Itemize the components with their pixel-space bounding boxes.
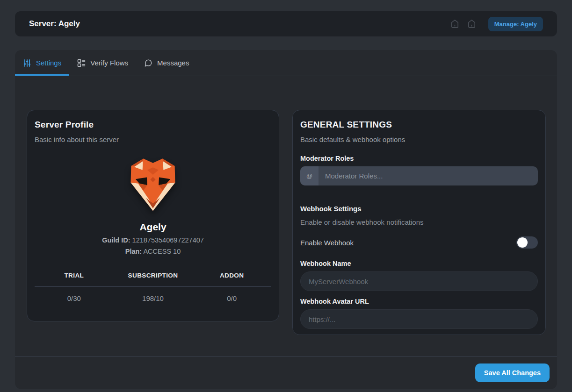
footer-bar: Save All Changes <box>15 356 557 389</box>
sliders-icon <box>23 59 31 67</box>
webhook-settings-title: Webhook Settings <box>300 205 538 213</box>
tab-settings-label: Settings <box>36 59 61 67</box>
enable-webhook-label: Enable Webhook <box>300 239 354 247</box>
layout-list-icon <box>77 59 86 67</box>
stats-header-subscription: SUBSCRIPTION <box>114 272 193 279</box>
webhook-avatar-url-label: Webhook Avatar URL <box>300 298 538 305</box>
at-prefix: @ <box>300 166 319 185</box>
home-icon[interactable] <box>449 18 461 30</box>
server-name: Agely <box>35 221 271 233</box>
stats-divider <box>35 286 271 287</box>
tab-bar: Settings Verify Flows Messa <box>15 50 557 76</box>
webhook-avatar-url-input[interactable] <box>300 309 538 329</box>
header-bar: Server: Agely Manage: Agely <box>15 11 557 36</box>
server-avatar <box>35 156 271 215</box>
enable-webhook-toggle[interactable] <box>516 236 538 249</box>
enable-webhook-row: Enable Webhook <box>300 236 538 249</box>
fox-logo-icon <box>127 207 179 214</box>
stats-value-row: 0/30 198/10 0/0 <box>35 294 271 302</box>
moderator-roles-label: Moderator Roles <box>300 155 538 162</box>
general-settings-subtitle: Basic defaults & webhook options <box>300 135 538 143</box>
webhook-name-input[interactable] <box>300 271 538 291</box>
manage-server-button[interactable]: Manage: Agely <box>488 17 543 31</box>
plan-label: Plan: <box>125 248 142 255</box>
server-profile-title: Server Profile <box>35 120 271 130</box>
moderator-roles-field: @ <box>300 166 538 185</box>
guild-id-value: 1218753540697227407 <box>132 236 204 244</box>
server-profile-card: Server Profile Basic info about this ser… <box>27 110 279 321</box>
home-icon[interactable] <box>466 18 478 30</box>
plan-value: ACCESS 10 <box>143 248 181 255</box>
guild-id-label: Guild ID: <box>102 236 130 244</box>
tab-messages-label: Messages <box>157 59 189 67</box>
general-settings-card: GENERAL SETTINGS Basic defaults & webhoo… <box>292 110 546 335</box>
page-title: Server: Agely <box>29 19 80 29</box>
main-panel: Settings Verify Flows Messa <box>15 50 557 389</box>
tab-verify-flows[interactable]: Verify Flows <box>69 50 136 76</box>
stats-header-trial: TRIAL <box>35 272 114 279</box>
general-settings-title: GENERAL SETTINGS <box>300 120 538 130</box>
message-bubble-icon <box>144 59 152 67</box>
moderator-roles-input[interactable] <box>319 166 538 185</box>
stats-value-addon: 0/0 <box>192 294 271 302</box>
stats-value-trial: 0/30 <box>35 294 114 302</box>
tab-settings[interactable]: Settings <box>15 50 69 76</box>
webhook-name-label: Webhook Name <box>300 260 538 267</box>
stats-value-subscription: 198/10 <box>114 294 193 302</box>
guild-id-line: Guild ID: 1218753540697227407 <box>35 236 271 244</box>
header-actions: Manage: Agely <box>449 17 543 31</box>
plan-line: Plan: ACCESS 10 <box>35 248 271 255</box>
tab-verify-flows-label: Verify Flows <box>90 59 128 67</box>
server-profile-subtitle: Basic info about this server <box>35 135 271 143</box>
save-all-changes-button[interactable]: Save All Changes <box>475 363 550 382</box>
webhook-settings-subtitle: Enable or disable webhook notifications <box>300 218 538 226</box>
plan-stats-table: TRIAL SUBSCRIPTION ADDON 0/30 198/10 0/0 <box>35 272 271 302</box>
content-area: Server Profile Basic info about this ser… <box>27 110 546 335</box>
toggle-knob <box>517 237 528 248</box>
section-divider <box>300 196 538 196</box>
tab-messages[interactable]: Messages <box>136 50 197 76</box>
stats-header-row: TRIAL SUBSCRIPTION ADDON <box>35 272 271 279</box>
stats-header-addon: ADDON <box>192 272 271 279</box>
